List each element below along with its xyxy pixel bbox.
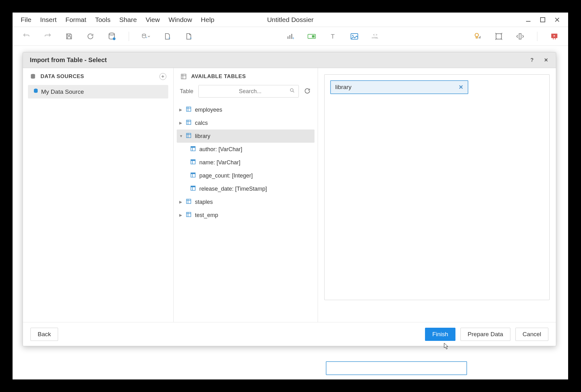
close-dialog-icon[interactable]: ✕	[543, 57, 549, 63]
svg-rect-40	[186, 133, 191, 138]
column-row-release-date[interactable]: release_date: [TimeStamp]	[177, 182, 315, 195]
finish-button[interactable]: Finish	[425, 328, 455, 341]
svg-rect-11	[289, 35, 290, 39]
maximize-button[interactable]	[539, 16, 547, 24]
svg-rect-22	[479, 37, 479, 38]
menu-window[interactable]: Window	[164, 14, 196, 25]
undo-icon[interactable]	[22, 32, 31, 41]
menu-file[interactable]: File	[16, 14, 36, 25]
text-icon[interactable]: T	[329, 32, 337, 41]
insights-icon[interactable]	[473, 32, 482, 41]
save-icon[interactable]	[65, 32, 73, 41]
data-sources-label: DATA SOURCES	[40, 73, 84, 80]
data-dropdown-icon[interactable]: +	[142, 32, 150, 41]
column-row-author[interactable]: author: [VarChar]	[177, 143, 315, 156]
table-name: calcs	[195, 120, 208, 126]
data-sources-panel: DATA SOURCES + My Data Source	[23, 68, 174, 322]
image-icon[interactable]	[350, 32, 359, 41]
svg-rect-34	[186, 107, 191, 111]
svg-point-32	[290, 89, 293, 92]
menu-insert[interactable]: Insert	[36, 14, 61, 25]
menu-view[interactable]: View	[141, 14, 164, 25]
panels-icon[interactable]	[516, 32, 525, 41]
column-name: page_count: [Integer]	[199, 172, 253, 179]
table-name: library	[195, 133, 210, 140]
present-icon[interactable]	[550, 32, 559, 41]
close-button[interactable]	[553, 16, 561, 24]
table-row-test-emp[interactable]: ▶ test_emp	[177, 209, 315, 222]
svg-rect-55	[186, 199, 191, 204]
column-row-name[interactable]: name: [VarChar]	[177, 156, 315, 169]
column-name: release_date: [TimeStamp]	[199, 186, 267, 192]
table-label: Table	[180, 88, 193, 95]
app-window: File Insert Format Tools Share View Wind…	[13, 13, 568, 379]
svg-rect-10	[288, 36, 288, 39]
table-icon	[186, 212, 192, 219]
selected-area: library ✕	[324, 74, 550, 300]
svg-rect-47	[191, 160, 195, 161]
window-controls	[524, 16, 564, 24]
cancel-button[interactable]: Cancel	[515, 328, 548, 341]
new-page-icon[interactable]: +	[163, 32, 172, 41]
svg-point-18	[352, 35, 353, 36]
html-icon[interactable]: < >HTML	[371, 32, 380, 41]
table-name: test_emp	[195, 212, 218, 219]
svg-rect-25	[519, 34, 521, 39]
table-row-staples[interactable]: ▶ staples	[177, 195, 315, 209]
add-data-source-button[interactable]: +	[159, 73, 166, 80]
caret-icon: ▶	[179, 121, 183, 125]
svg-rect-58	[186, 212, 191, 217]
menu-format[interactable]: Format	[61, 14, 91, 25]
table-row-calcs[interactable]: ▶ calcs	[177, 116, 315, 130]
responsive-icon[interactable]	[494, 32, 503, 41]
svg-text:+: +	[146, 36, 147, 39]
chip-label: library	[335, 84, 352, 91]
redo-icon[interactable]	[43, 32, 52, 41]
window-title: Untitled Dossier	[267, 16, 314, 24]
data-source-icon	[33, 88, 39, 95]
svg-rect-37	[186, 120, 191, 124]
refresh-tables-icon[interactable]	[304, 87, 311, 95]
svg-point-6	[142, 34, 146, 35]
dialog-header: Import from Table - Select ? ✕	[23, 52, 556, 68]
toolbar-separator	[129, 32, 129, 41]
search-box	[198, 85, 299, 98]
column-row-page-count[interactable]: page_count: [Integer]	[177, 169, 315, 182]
menu-tools[interactable]: Tools	[91, 14, 115, 25]
remove-chip-icon[interactable]: ✕	[459, 84, 463, 91]
table-name: staples	[195, 199, 213, 205]
dialog-title: Import from Table - Select	[30, 56, 107, 64]
table-row-library[interactable]: ▼ library	[177, 130, 315, 143]
chart-icon[interactable]: +	[286, 32, 295, 41]
column-name: name: [VarChar]	[199, 159, 240, 166]
svg-text:HTML: HTML	[372, 36, 378, 39]
column-name: author: [VarChar]	[199, 146, 242, 153]
selector-icon[interactable]	[307, 32, 316, 41]
table-icon	[186, 133, 192, 140]
table-name: employees	[195, 107, 222, 113]
search-input[interactable]	[198, 85, 299, 98]
svg-rect-29	[181, 74, 186, 79]
help-icon[interactable]: ?	[529, 57, 535, 63]
table-header-icon	[180, 73, 187, 80]
svg-rect-1	[541, 18, 545, 22]
menubar: File Insert Format Tools Share View Wind…	[13, 13, 568, 27]
menu-help[interactable]: Help	[196, 14, 219, 25]
menu-share[interactable]: Share	[115, 14, 141, 25]
table-icon	[186, 199, 192, 205]
selected-panel: library ✕	[318, 68, 556, 322]
dialog-footer: Back Finish Prepare Data Cancel	[23, 322, 556, 346]
dialog-body: DATA SOURCES + My Data Source AVAILABLE …	[23, 68, 556, 322]
refresh-icon[interactable]	[86, 32, 95, 41]
selected-table-chip[interactable]: library ✕	[330, 80, 468, 94]
prepare-data-button[interactable]: Prepare Data	[460, 328, 510, 341]
svg-rect-24	[496, 34, 501, 39]
database-icon[interactable]	[107, 32, 116, 41]
minimize-button[interactable]	[524, 16, 532, 24]
table-row-employees[interactable]: ▶ employees	[177, 103, 315, 116]
table-icon	[186, 120, 192, 126]
data-source-item[interactable]: My Data Source	[28, 85, 168, 98]
new-document-icon[interactable]: +	[184, 32, 193, 41]
back-button[interactable]: Back	[30, 328, 58, 341]
toolbar: + + + + T < >HTML	[13, 27, 568, 46]
